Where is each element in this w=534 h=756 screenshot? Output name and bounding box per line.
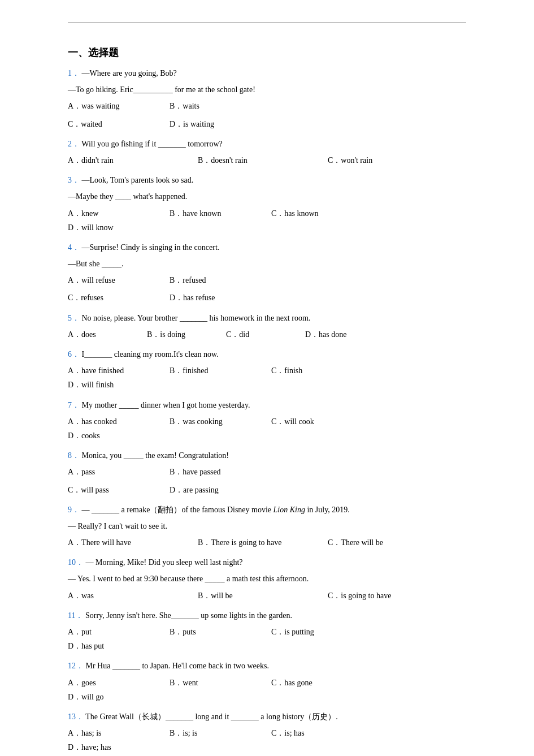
q2-options: A．didn't rain B．doesn't rain C．won't rai… (68, 153, 466, 167)
q11-optD: D．has put (68, 639, 153, 653)
q7-optC: C．will cook (271, 414, 356, 429)
q4-optA: A．will refuse (68, 273, 153, 287)
q5-text1: No noise, please. Your brother _______ h… (82, 314, 311, 322)
q9-number: 9． (68, 506, 80, 514)
q6-text1: I_______ cleaning my room.It's clean now… (82, 350, 219, 358)
q13-number: 13． (68, 712, 84, 721)
q10-options: A．was B．will be C．is going to have (68, 589, 466, 603)
q13-optB: B．is; is (170, 726, 254, 740)
q3-text1: —Look, Tom's parents look so sad. (82, 176, 194, 184)
q5-optD: D．has done (305, 327, 367, 342)
q4-optD: D．has refuse (170, 291, 254, 305)
q5-optB: B．is doing (147, 327, 209, 342)
question-3: 3． —Look, Tom's parents look so sad. —Ma… (68, 173, 466, 235)
q4-line1: 4． —Surprise! Cindy is singing in the co… (68, 240, 466, 254)
q4-options: A．will refuse B．refused (68, 273, 466, 287)
q5-optC: C．did (226, 327, 288, 342)
q12-text1: Mr Hua _______ to Japan. He'll come back… (86, 662, 269, 670)
q1-optD: D．is waiting (170, 117, 254, 131)
q12-optB: B．went (170, 676, 254, 690)
q9-optB: B．There is going to have (198, 535, 311, 550)
q11-optB: B．puts (170, 625, 254, 639)
q2-optC: C．won't rain (328, 153, 441, 167)
q10-line1: 10． — Morning, Mike! Did you sleep well … (68, 555, 466, 569)
q9-optC: C．There will be (328, 535, 441, 550)
q1-line2: —To go hiking. Eric__________ for me at … (68, 83, 466, 97)
q1-line1: 1． —Where are you going, Bob? (68, 66, 466, 80)
q8-options2: C．will pass D．are passing (68, 483, 466, 497)
q4-number: 4． (68, 243, 80, 252)
q7-text1: My mother _____ dinner when I got home y… (82, 401, 250, 409)
q1-options2: C．waited D．is waiting (68, 117, 466, 131)
q4-options2: C．refuses D．has refuse (68, 291, 466, 305)
question-7: 7． My mother _____ dinner when I got hom… (68, 398, 466, 443)
q13-optD: D．have; has (68, 740, 153, 754)
q6-optB: B．finished (170, 364, 254, 378)
q11-text1: Sorry, Jenny isn't here. She_______ up s… (85, 611, 292, 620)
q1-optA: A．was waiting (68, 99, 153, 113)
q3-options: A．knew B．have known C．has known D．will k… (68, 206, 466, 235)
q4-line2: —But she _____. (68, 257, 466, 271)
q9-optA: A．There will have (68, 535, 181, 550)
q10-line2: — Yes. I went to bed at 9:30 because the… (68, 572, 466, 586)
question-1: 1． —Where are you going, Bob? —To go hik… (68, 66, 466, 131)
q8-optA: A．pass (68, 465, 153, 479)
q7-line1: 7． My mother _____ dinner when I got hom… (68, 398, 466, 412)
question-6: 6． I_______ cleaning my room.It's clean … (68, 347, 466, 392)
q6-optC: C．finish (271, 364, 356, 378)
q13-line1: 13． The Great Wall（长城）_______ long and i… (68, 710, 466, 724)
q10-text1: — Morning, Mike! Did you sleep well last… (86, 558, 243, 567)
q8-optB: B．have passed (170, 465, 254, 479)
q10-text2: — Yes. I went to bed at 9:30 because the… (68, 574, 309, 583)
q13-options: A．has; is B．is; is C．is; has D．have; has (68, 726, 466, 754)
q1-text2: —To go hiking. Eric__________ for me at … (68, 85, 255, 94)
question-8: 8． Monica, you _____ the exam! Congratul… (68, 448, 466, 497)
q8-optC: C．will pass (68, 483, 153, 497)
question-13: 13． The Great Wall（长城）_______ long and i… (68, 710, 466, 755)
q2-optA: A．didn't rain (68, 153, 181, 167)
question-12: 12． Mr Hua _______ to Japan. He'll come … (68, 659, 466, 704)
q6-optA: A．have finished (68, 364, 153, 378)
q3-line1: 3． —Look, Tom's parents look so sad. (68, 173, 466, 187)
q3-text2: —Maybe they ____ what's happened. (68, 192, 187, 201)
q3-optC: C．has known (271, 206, 356, 221)
q5-optA: A．does (68, 327, 130, 342)
q2-number: 2． (68, 140, 80, 148)
q3-number: 3． (68, 176, 80, 184)
question-11: 11． Sorry, Jenny isn't here. She_______ … (68, 608, 466, 654)
question-5: 5． No noise, please. Your brother ______… (68, 311, 466, 342)
q4-text1: —Surprise! Cindy is singing in the conce… (82, 243, 220, 252)
question-10: 10． — Morning, Mike! Did you sleep well … (68, 555, 466, 603)
q6-optD: D．will finish (68, 378, 153, 392)
question-4: 4． —Surprise! Cindy is singing in the co… (68, 240, 466, 305)
q4-text2: —But she _____. (68, 260, 123, 268)
q10-optA: A．was (68, 589, 181, 603)
q7-optB: B．was cooking (170, 414, 254, 429)
q3-optA: A．knew (68, 206, 153, 221)
q13-text1: The Great Wall（长城）_______ long and it __… (85, 712, 338, 721)
q1-text1: —Where are you going, Bob? (82, 69, 177, 77)
q12-number: 12． (68, 662, 84, 670)
question-9: 9． — _______ a remake（翻拍）of the famous D… (68, 503, 466, 550)
q9-text2: — Really? I can't wait to see it. (68, 522, 167, 530)
q1-number: 1． (68, 69, 80, 77)
q13-optC: C．is; has (271, 726, 356, 740)
q9-line2: — Really? I can't wait to see it. (68, 519, 466, 533)
q3-line2: —Maybe they ____ what's happened. (68, 189, 466, 204)
q8-number: 8． (68, 451, 80, 460)
q2-text1: Will you go fishing if it _______ tomorr… (81, 140, 222, 148)
q11-optA: A．put (68, 625, 153, 639)
q2-line1: 2． Will you go fishing if it _______ tom… (68, 137, 466, 151)
q9-text1: — _______ a remake（翻拍）of the famous Disn… (82, 506, 350, 514)
q7-number: 7． (68, 401, 80, 409)
q8-text1: Monica, you _____ the exam! Congratulati… (82, 451, 229, 460)
q11-number: 11． (68, 611, 83, 620)
q4-optC: C．refuses (68, 291, 153, 305)
q7-optA: A．has cooked (68, 414, 153, 429)
q8-optD: D．are passing (170, 483, 254, 497)
q12-optD: D．will go (68, 690, 153, 704)
q10-optC: C．is going to have (328, 589, 441, 603)
q13-optA: A．has; is (68, 726, 153, 740)
q8-line1: 8． Monica, you _____ the exam! Congratul… (68, 448, 466, 463)
q7-options: A．has cooked B．was cooking C．will cook D… (68, 414, 466, 443)
